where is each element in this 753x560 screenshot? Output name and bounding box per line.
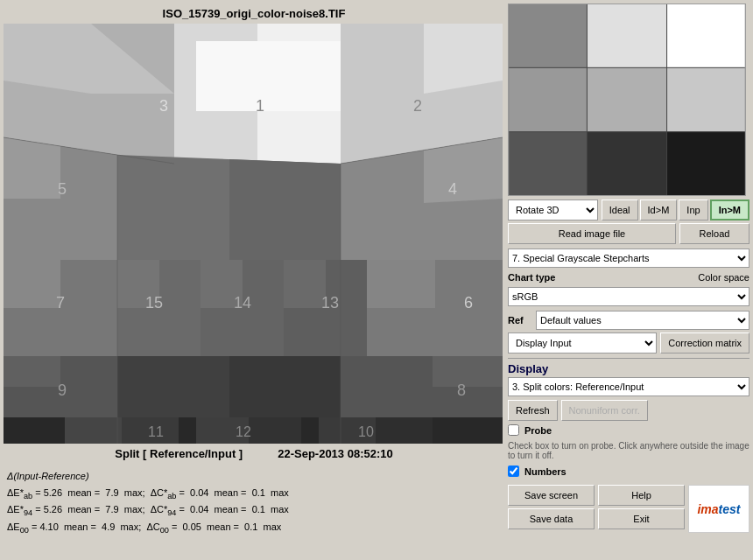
svg-marker-29 [284, 260, 326, 308]
svg-marker-32 [367, 260, 435, 308]
svg-text:4: 4 [448, 180, 457, 198]
numbers-label: Numbers [524, 466, 567, 477]
correction-matrix-btn[interactable]: Correction matrix [660, 332, 749, 354]
svg-rect-64 [587, 132, 666, 195]
display-input-select[interactable]: Display Input [508, 332, 657, 354]
svg-text:12: 12 [236, 424, 251, 439]
svg-text:1: 1 [256, 97, 264, 115]
tab-buttons: Ideal Id>M Inp In>M [602, 200, 749, 220]
logo-accent: test [719, 502, 741, 516]
nonuniform-btn[interactable]: Nonuniform corr. [561, 400, 648, 421]
svg-text:10: 10 [358, 424, 374, 439]
inp-tab[interactable]: Inp [679, 200, 707, 220]
svg-marker-35 [4, 356, 60, 387]
stepchart-svg: 3 1 2 5 [4, 24, 503, 444]
ref-select[interactable]: Default values [536, 311, 749, 330]
svg-text:15: 15 [145, 294, 163, 312]
stats-title: Δ(Input-Reference) [7, 469, 501, 484]
probe-checkbox[interactable] [508, 424, 519, 436]
svg-marker-38 [229, 356, 341, 417]
color-space-label: Color space [698, 272, 749, 283]
ref-label: Ref [508, 315, 532, 326]
numbers-checkbox[interactable] [508, 466, 519, 477]
svg-text:6: 6 [464, 294, 473, 312]
svg-text:13: 13 [321, 294, 339, 312]
ideal-tab[interactable]: Ideal [602, 200, 638, 220]
svg-text:5: 5 [58, 180, 67, 198]
status-bar: Split [ Reference/Input ] 22-Sep-2013 08… [4, 444, 504, 464]
display-section: Display 3. Split colors: Reference/Input… [508, 358, 749, 479]
image-file-row: Read image file Reload [508, 223, 749, 244]
ref-row: Ref Default values [508, 311, 749, 330]
svg-rect-59 [667, 4, 745, 67]
read-image-btn[interactable]: Read image file [508, 223, 676, 244]
svg-text:2: 2 [413, 97, 422, 115]
probe-hint: Check box to turn on probe. Click anywhe… [508, 439, 749, 464]
main-image-area: 3 1 2 5 [4, 24, 503, 444]
display-input-row: Display Input Correction matrix [508, 332, 749, 354]
svg-rect-57 [509, 4, 587, 67]
svg-marker-40 [433, 356, 503, 387]
right-panel: Rotate 3D Rotate 2D No rotate Ideal Id>M… [508, 0, 753, 560]
exit-btn[interactable]: Exit [598, 508, 685, 529]
left-panel: ISO_15739_origi_color-noise8.TIF 3 1 [0, 0, 508, 560]
help-btn[interactable]: Help [598, 485, 685, 506]
svg-marker-15 [229, 159, 341, 260]
chart-select[interactable]: 7. Special Grayscale Stepcharts [508, 248, 749, 268]
save-screen-btn[interactable]: Save screen [508, 485, 595, 506]
color-space-row: sRGB AdobeRGB ProPhoto [508, 287, 749, 306]
stats-line-3: ΔE00 = 4.10 mean = 4.9 max; ΔC00 = 0.05 … [7, 520, 501, 537]
svg-rect-62 [667, 67, 745, 131]
reload-btn[interactable]: Reload [679, 223, 749, 244]
svg-text:8: 8 [457, 382, 466, 399]
svg-text:3: 3 [159, 97, 168, 115]
numbers-row: Numbers [508, 466, 749, 477]
refresh-btn[interactable]: Refresh [508, 400, 558, 421]
probe-row: Probe [508, 424, 749, 436]
svg-rect-60 [509, 67, 587, 131]
svg-marker-20 [4, 260, 60, 308]
chart-type-row: Chart type Color space [508, 272, 749, 283]
svg-text:9: 9 [58, 382, 67, 399]
save-data-btn[interactable]: Save data [508, 508, 595, 529]
display-section-label: Display [508, 360, 548, 377]
svg-rect-63 [509, 132, 587, 195]
probe-label: Probe [524, 425, 552, 436]
preview-svg [509, 4, 745, 195]
color-space-select[interactable]: sRGB AdobeRGB ProPhoto [508, 287, 749, 306]
imatest-logo: imatest [688, 485, 749, 533]
image-title: ISO_15739_origi_color-noise8.TIF [4, 4, 504, 24]
svg-rect-61 [587, 67, 666, 131]
svg-text:11: 11 [148, 424, 164, 439]
svg-text:7: 7 [56, 294, 65, 312]
bottom-buttons: Save screen Save data Help Exit imatest [508, 485, 749, 533]
chart-dropdown-row: 7. Special Grayscale Stepcharts [508, 248, 749, 268]
display-dropdown-row: 3. Split colors: Reference/Input [508, 377, 749, 396]
svg-marker-44 [65, 417, 122, 444]
controls-area: Rotate 3D Rotate 2D No rotate Ideal Id>M… [508, 196, 749, 536]
status-right: 22-Sep-2013 08:52:10 [278, 447, 393, 460]
preview-area [508, 4, 746, 196]
refresh-row: Refresh Nonuniform corr. [508, 400, 749, 421]
rotate-row: Rotate 3D Rotate 2D No rotate Ideal Id>M… [508, 200, 749, 220]
rotate-select[interactable]: Rotate 3D Rotate 2D No rotate [508, 200, 598, 220]
stats-area: Δ(Input-Reference) ΔE*ab = 5.26 mean = 7… [4, 464, 504, 537]
inm-tab[interactable]: In>M [710, 200, 749, 220]
chart-type-label: Chart type [508, 272, 555, 283]
idm-tab[interactable]: Id>M [640, 200, 678, 220]
svg-text:14: 14 [234, 294, 251, 312]
svg-marker-12 [4, 137, 60, 199]
svg-marker-6 [196, 41, 341, 111]
status-left: Split [ Reference/Input ] [115, 447, 243, 460]
stats-line-1: ΔE*ab = 5.26 mean = 7.9 max; ΔC*ab = 0.0… [7, 486, 501, 503]
stats-line-2: ΔE*94 = 5.26 mean = 7.9 max; ΔC*94 = 0.0… [7, 502, 501, 520]
svg-rect-58 [587, 4, 666, 67]
svg-rect-65 [667, 132, 745, 195]
display-select[interactable]: 3. Split colors: Reference/Input [508, 377, 749, 396]
